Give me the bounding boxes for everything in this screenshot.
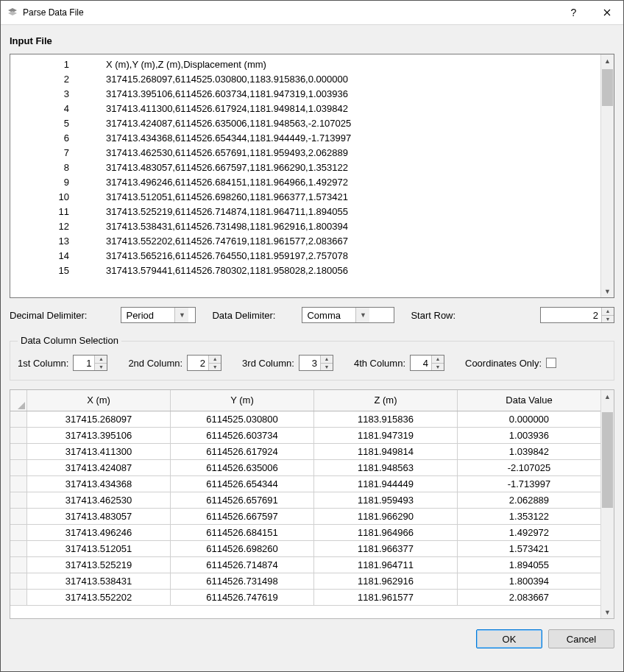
grid-cell[interactable]: 1.039842 — [457, 443, 600, 459]
grid-cell[interactable]: 6114526.714874 — [171, 556, 314, 573]
grid-column-header[interactable]: Z (m) — [314, 390, 458, 411]
grid-cell[interactable]: 1181.948563 — [314, 459, 458, 475]
grid-cell[interactable]: 317413.525219 — [27, 556, 171, 573]
table-row[interactable]: 317413.5522026114526.7476191181.9615772.… — [10, 589, 601, 605]
grid-scrollbar[interactable]: ▲ ▼ — [600, 390, 614, 618]
scroll-thumb[interactable] — [602, 412, 613, 508]
row-header[interactable] — [10, 589, 27, 605]
grid-cell[interactable]: 317413.512051 — [27, 540, 171, 556]
grid-cell[interactable]: -2.107025 — [457, 459, 600, 475]
grid-cell[interactable]: 6114526.684151 — [171, 524, 314, 540]
table-row[interactable]: 317413.5252196114526.7148741181.9647111.… — [10, 556, 601, 573]
data-delimiter-combo[interactable]: Comma ▼ — [302, 307, 394, 323]
grid-cell[interactable]: 1181.947319 — [314, 427, 458, 443]
ok-button[interactable]: OK — [476, 629, 542, 648]
spin-down-icon[interactable]: ▼ — [95, 364, 107, 371]
table-row[interactable]: 317413.4343686114526.6543441181.944449-1… — [10, 475, 601, 492]
grid-cell[interactable]: 1181.959493 — [314, 492, 458, 508]
preview-line[interactable]: 4317413.411300,6114526.617924,1181.94981… — [10, 102, 601, 116]
grid-column-header[interactable]: X (m) — [27, 390, 171, 411]
preview-line[interactable]: 6317413.434368,6114526.654344,1181.94444… — [10, 131, 601, 146]
grid-cell[interactable]: -1.713997 — [457, 475, 600, 492]
row-header[interactable] — [10, 492, 27, 508]
table-row[interactable]: 317413.4240876114526.6350061181.948563-2… — [10, 459, 601, 475]
third-column-spinner[interactable]: ▲▼ — [299, 355, 333, 371]
coords-only-checkbox[interactable] — [546, 358, 556, 368]
preview-line[interactable]: 12317413.538431,6114526.731498,1181.9629… — [10, 219, 601, 234]
grid-cell[interactable]: 317413.434368 — [27, 475, 171, 492]
spin-up-icon[interactable]: ▲ — [209, 356, 221, 364]
grid-cell[interactable]: 1181.966377 — [314, 540, 458, 556]
cancel-button[interactable]: Cancel — [548, 629, 614, 648]
grid-cell[interactable]: 317413.424087 — [27, 459, 171, 475]
grid-cell[interactable]: 6114526.731498 — [171, 573, 314, 589]
grid-cell[interactable]: 6114526.617924 — [171, 443, 314, 459]
spin-down-icon[interactable]: ▼ — [432, 364, 444, 371]
table-row[interactable]: 317413.5120516114526.6982601181.9663771.… — [10, 540, 601, 556]
grid-column-header[interactable]: Data Value — [457, 390, 600, 411]
preview-line[interactable]: 2317415.268097,6114525.030800,1183.91583… — [10, 72, 601, 87]
grid-cell[interactable]: 1181.944449 — [314, 475, 458, 492]
start-row-input[interactable] — [541, 308, 601, 322]
preview-line[interactable]: 15317413.579441,6114526.780302,1181.9580… — [10, 264, 601, 278]
preview-line[interactable]: 3317413.395106,6114526.603734,1181.94731… — [10, 87, 601, 102]
preview-scrollbar[interactable]: ▲ ▼ — [600, 54, 614, 297]
close-button[interactable] — [590, 1, 623, 24]
preview-line[interactable]: 11317413.525219,6114526.714874,1181.9647… — [10, 205, 601, 219]
spin-down-icon[interactable]: ▼ — [209, 364, 221, 371]
grid-cell[interactable]: 317413.395106 — [27, 427, 171, 443]
scroll-down-icon[interactable]: ▼ — [601, 285, 614, 297]
grid-cell[interactable]: 6114526.667597 — [171, 508, 314, 524]
preview-line[interactable]: 14317413.565216,6114526.764550,1181.9591… — [10, 249, 601, 264]
row-header[interactable] — [10, 573, 27, 589]
spin-up-icon[interactable]: ▲ — [321, 356, 333, 364]
preview-line[interactable]: 1X (m),Y (m),Z (m),Displacement (mm) — [10, 57, 601, 72]
scroll-thumb[interactable] — [602, 69, 613, 106]
grid-cell[interactable]: 1.800394 — [457, 573, 600, 589]
row-header[interactable] — [10, 540, 27, 556]
grid-cell[interactable]: 0.000000 — [457, 411, 600, 427]
fourth-column-input[interactable] — [411, 356, 431, 370]
table-row[interactable]: 317413.5384316114526.7314981181.9629161.… — [10, 573, 601, 589]
grid-cell[interactable]: 1.492972 — [457, 524, 600, 540]
grid-cell[interactable]: 2.083667 — [457, 589, 600, 605]
second-column-input[interactable] — [188, 356, 208, 370]
grid-cell[interactable]: 6114526.657691 — [171, 492, 314, 508]
grid-cell[interactable]: 6114526.747619 — [171, 589, 314, 605]
grid-cell[interactable]: 317413.462530 — [27, 492, 171, 508]
grid-cell[interactable]: 1181.964966 — [314, 524, 458, 540]
grid-cell[interactable]: 317415.268097 — [27, 411, 171, 427]
preview-line[interactable]: 7317413.462530,6114526.657691,1181.95949… — [10, 146, 601, 160]
grid-cell[interactable]: 317413.538431 — [27, 573, 171, 589]
grid-cell[interactable]: 317413.483057 — [27, 508, 171, 524]
table-row[interactable]: 317413.4113006114526.6179241181.9498141.… — [10, 443, 601, 459]
row-header[interactable] — [10, 459, 27, 475]
row-header[interactable] — [10, 508, 27, 524]
third-column-input[interactable] — [299, 356, 320, 370]
chevron-down-icon[interactable]: ▼ — [174, 308, 188, 322]
grid-cell[interactable]: 1.894055 — [457, 556, 600, 573]
scroll-up-icon[interactable]: ▲ — [601, 54, 614, 67]
first-column-spinner[interactable]: ▲▼ — [73, 355, 107, 371]
grid-cell[interactable]: 6114526.635006 — [171, 459, 314, 475]
row-header[interactable] — [10, 524, 27, 540]
spin-down-icon[interactable]: ▼ — [602, 316, 614, 323]
table-row[interactable]: 317415.2680976114525.0308001183.9158360.… — [10, 411, 601, 427]
spin-up-icon[interactable]: ▲ — [432, 356, 444, 364]
grid-cell[interactable]: 6114526.603734 — [171, 427, 314, 443]
scroll-down-icon[interactable]: ▼ — [601, 606, 614, 618]
grid-cell[interactable]: 1181.966290 — [314, 508, 458, 524]
fourth-column-spinner[interactable]: ▲▼ — [410, 355, 444, 371]
row-header[interactable] — [10, 427, 27, 443]
help-button[interactable]: ? — [557, 1, 590, 24]
row-header[interactable] — [10, 556, 27, 573]
grid-cell[interactable]: 1181.962916 — [314, 573, 458, 589]
grid-corner[interactable] — [10, 390, 27, 411]
grid-cell[interactable]: 6114526.698260 — [171, 540, 314, 556]
scroll-up-icon[interactable]: ▲ — [601, 390, 614, 403]
table-row[interactable]: 317413.3951066114526.6037341181.9473191.… — [10, 427, 601, 443]
grid-cell[interactable]: 1183.915836 — [314, 411, 458, 427]
table-row[interactable]: 317413.4962466114526.6841511181.9649661.… — [10, 524, 601, 540]
preview-line[interactable]: 10317413.512051,6114526.698260,1181.9663… — [10, 190, 601, 205]
table-row[interactable]: 317413.4625306114526.6576911181.9594932.… — [10, 492, 601, 508]
